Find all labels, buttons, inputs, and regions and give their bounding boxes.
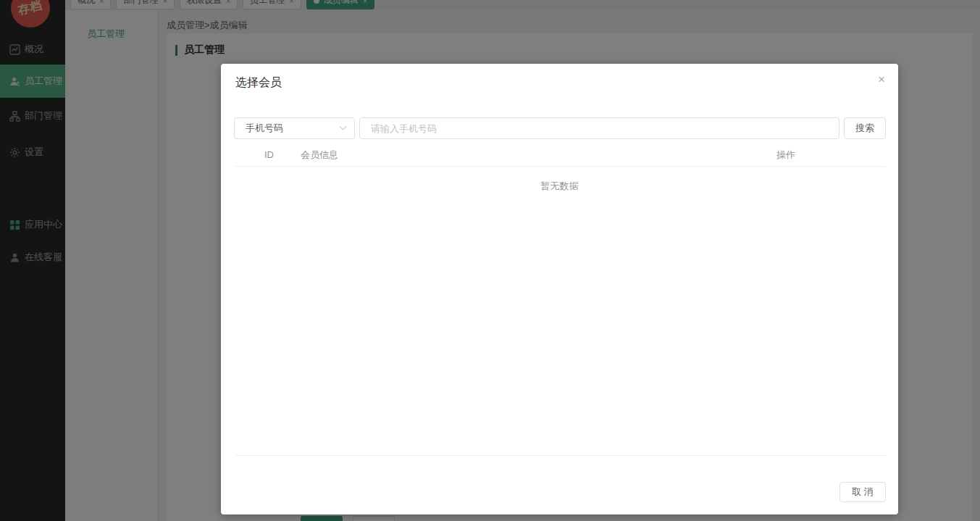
- empty-state-text: 暂无数据: [221, 180, 898, 193]
- column-header-id: ID: [264, 149, 274, 160]
- dialog-title: 选择会员: [235, 75, 282, 91]
- close-icon[interactable]: ×: [878, 73, 885, 86]
- cancel-button[interactable]: 取 消: [839, 482, 886, 502]
- column-header-actions: 操作: [776, 149, 795, 162]
- app-root: 存档 概况 员工管理: [0, 0, 980, 521]
- chevron-down-icon: [340, 122, 347, 130]
- select-member-dialog: 选择会员 × 手机号码 搜索 ID 会员信息 操作 暂无数据 取 消: [221, 64, 898, 514]
- search-input[interactable]: [359, 117, 839, 139]
- footer-divider: [235, 455, 886, 456]
- search-row: 手机号码 搜索: [234, 117, 886, 139]
- column-header-member-info: 会员信息: [301, 149, 338, 162]
- table-header: ID 会员信息 操作: [235, 143, 886, 167]
- search-button[interactable]: 搜索: [844, 117, 886, 139]
- filter-select[interactable]: 手机号码: [234, 117, 355, 139]
- filter-select-value: 手机号码: [246, 122, 340, 135]
